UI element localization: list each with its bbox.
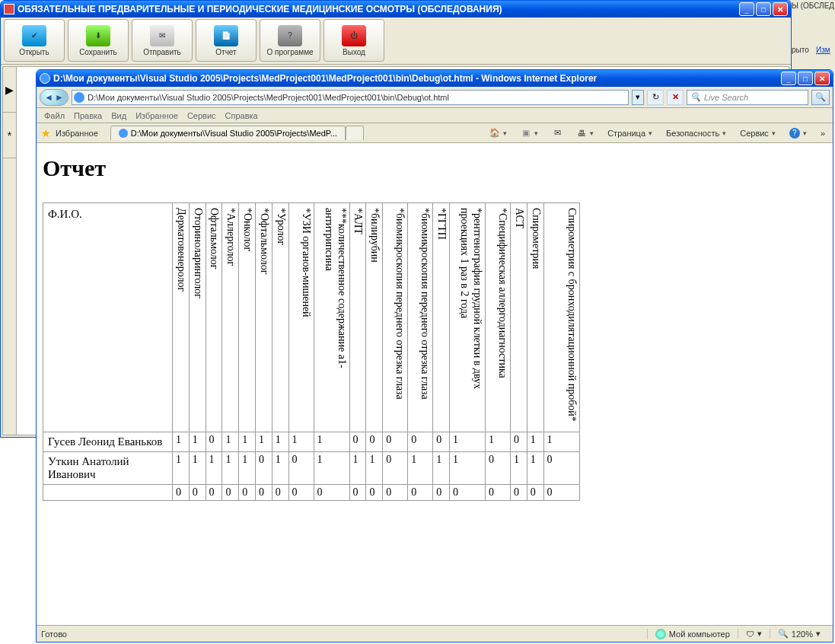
cell-name — [43, 485, 173, 501]
open-button[interactable]: ✔Открыть — [4, 19, 65, 62]
report-button[interactable]: 📄Отчет — [196, 19, 257, 62]
menu-file[interactable]: Файл — [44, 111, 65, 120]
col-header: *Специфическая аллергодиагностика — [485, 203, 510, 432]
left-tab-2[interactable]: * — [3, 113, 16, 158]
col-header: *Онколог — [239, 203, 256, 432]
parent-toolbar: ✔Открыть ⬇Сохранить ✉Отправить 📄Отчет ?О… — [1, 18, 791, 65]
report-table: Ф.И.О. ДерматовенерологОториноларинголог… — [43, 202, 580, 501]
ie-maximize-button[interactable]: □ — [798, 72, 813, 85]
stop-button[interactable]: ✕ — [667, 90, 684, 105]
back-icon: ◄ — [43, 92, 54, 103]
cell-value: 1 — [449, 432, 485, 452]
table-row: 0000000000000000000 — [43, 485, 580, 501]
favorites-label[interactable]: Избранное — [56, 129, 98, 138]
menu-service[interactable]: Сервис — [187, 111, 216, 120]
mail-icon: ✉ — [552, 128, 563, 139]
ie-close-button[interactable]: ✕ — [814, 72, 830, 85]
left-tab-1[interactable]: ▶ — [3, 67, 16, 113]
home-button[interactable]: 🏠 — [486, 126, 510, 140]
refresh-button[interactable]: ↻ — [647, 90, 664, 105]
cell-value: 0 — [527, 485, 543, 501]
ie-minimize-button[interactable]: _ — [781, 72, 796, 85]
favorites-star-icon[interactable]: ★ — [41, 127, 51, 139]
cell-value: 1 — [239, 452, 256, 485]
zoom-control[interactable]: 🔍 120% ▾ — [770, 629, 828, 639]
parent-minimize-button[interactable]: _ — [739, 2, 754, 16]
col-fio: Ф.И.О. — [43, 203, 173, 432]
cell-value: 0 — [383, 432, 408, 452]
cell-value: 0 — [510, 432, 527, 452]
parent-maximize-button[interactable]: □ — [756, 2, 771, 16]
bg-link-edit[interactable]: Изм — [816, 46, 830, 54]
cell-value: 1 — [222, 432, 239, 452]
ie-favbar: ★ Избранное D:\Мои документы\Visual Stud… — [37, 123, 833, 143]
cell-value: 0 — [366, 485, 383, 501]
feeds-button[interactable]: ▣ — [518, 126, 541, 140]
tools-menu[interactable]: Сервис — [737, 127, 779, 139]
menu-favorites[interactable]: Избранное — [135, 111, 178, 120]
browser-tab-active[interactable]: D:\Мои документы\Visual Studio 2005\Proj… — [110, 126, 346, 140]
menu-help[interactable]: Справка — [225, 111, 258, 120]
ie-icon — [40, 73, 50, 84]
cell-value: 0 — [408, 432, 433, 452]
search-box[interactable]: 🔍 Live Search — [687, 90, 808, 105]
rss-icon: ▣ — [521, 128, 531, 139]
page-menu[interactable]: Страница — [604, 127, 655, 139]
menu-view[interactable]: Вид — [111, 111, 126, 120]
open-icon: ✔ — [22, 25, 46, 46]
col-header: *рентгенография грудной клетки в двух пр… — [449, 203, 485, 432]
cell-value: 1 — [189, 432, 206, 452]
save-button[interactable]: ⬇Сохранить — [68, 19, 129, 62]
search-go-button[interactable]: 🔍 — [811, 90, 830, 105]
nav-back-forward[interactable]: ◄ ► — [40, 89, 69, 106]
url-dropdown[interactable]: ▾ — [632, 90, 644, 105]
safety-menu[interactable]: Безопасность — [663, 127, 729, 139]
cell-value: 1 — [527, 432, 543, 452]
about-icon: ? — [278, 25, 302, 46]
cell-value: 1 — [349, 452, 366, 485]
col-header: Дерматовенеролог — [173, 203, 190, 432]
send-icon: ✉ — [150, 25, 174, 46]
cell-value: 0 — [433, 432, 450, 452]
new-tab-button[interactable] — [346, 126, 364, 140]
col-header: *биомикроскопия переднего отрезка глаза — [408, 203, 433, 432]
help-button[interactable]: ? — [786, 126, 810, 140]
print-button[interactable]: 🖶 — [573, 126, 597, 140]
cell-value: 0 — [272, 485, 288, 501]
menu-edit[interactable]: Правка — [74, 111, 102, 120]
col-header: *Уролог — [272, 203, 288, 432]
cell-name: Уткин Анатолий Иванович — [43, 452, 173, 485]
table-row: Уткин Анатолий Иванович11111010111011101… — [43, 452, 580, 485]
status-zone: Мой компьютер — [647, 629, 738, 639]
cell-value: 0 — [543, 485, 579, 501]
cell-value: 1 — [288, 432, 314, 452]
ie-content[interactable]: Отчет Ф.И.О. ДерматовенерологОторинолари… — [37, 143, 833, 625]
cell-value: 1 — [189, 452, 206, 485]
search-placeholder: Live Search — [704, 93, 748, 102]
ie-window: D:\Мои документы\Visual Studio 2005\Proj… — [36, 69, 833, 642]
url-bar[interactable]: D:\Мои документы\Visual Studio 2005\Proj… — [72, 90, 629, 105]
background-panel: Ы (ОБСЛЕД рыто Изм — [789, 0, 835, 76]
tab-favicon — [119, 129, 128, 138]
about-button[interactable]: ?О программе — [260, 19, 320, 62]
cell-value: 1 — [314, 432, 349, 452]
col-header: *УЗИ органов-мишеней — [288, 203, 314, 432]
send-button[interactable]: ✉Отправить — [132, 19, 193, 62]
cell-value: 1 — [222, 452, 239, 485]
exit-button[interactable]: ⏻Выход — [323, 19, 384, 62]
print-icon: 🖶 — [576, 128, 587, 139]
ie-navbar: ◄ ► D:\Мои документы\Visual Studio 2005\… — [37, 87, 833, 108]
page-favicon — [74, 92, 84, 103]
protected-mode-section[interactable]: 🛡▾ — [738, 629, 770, 639]
parent-close-button[interactable]: ✕ — [773, 2, 788, 16]
col-header: АСТ — [510, 203, 527, 432]
read-mail-button[interactable]: ✉ — [549, 126, 566, 140]
col-header: *АЛТ — [349, 203, 366, 432]
col-header: *биомикроскопия переднего отрезка глаза — [383, 203, 408, 432]
cell-value: 0 — [239, 485, 256, 501]
cell-value: 0 — [510, 485, 527, 501]
expand-button[interactable]: » — [817, 127, 828, 139]
zone-icon — [655, 629, 666, 639]
cell-value: 0 — [485, 485, 510, 501]
ie-titlebar: D:\Мои документы\Visual Studio 2005\Proj… — [37, 70, 833, 87]
